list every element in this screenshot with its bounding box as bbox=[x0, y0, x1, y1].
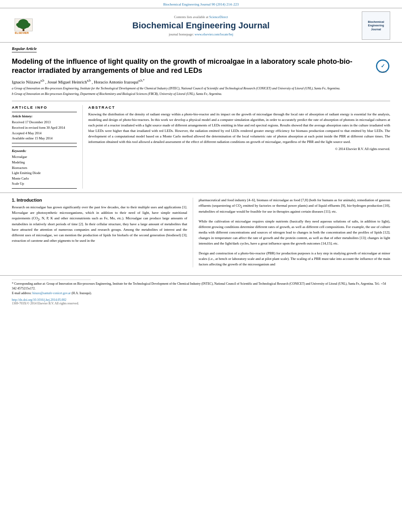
header-left: ELSEVIER bbox=[12, 17, 47, 35]
abstract-text: Knowing the distribution of the density … bbox=[88, 112, 390, 145]
kw-modeling: Modeling bbox=[12, 160, 77, 165]
elsevier-tree-icon: ELSEVIER bbox=[12, 17, 35, 35]
journal-homepage: journal homepage: www.elsevier.com/locat… bbox=[55, 32, 347, 36]
article-type-label: Regular Article bbox=[12, 46, 37, 52]
kw-bioreactors: Bioreactors bbox=[12, 165, 77, 171]
journal-title: Biochemical Engineering Journal bbox=[55, 20, 347, 31]
affil-a: a Group of Innovation on Bio-processes E… bbox=[12, 86, 390, 91]
author3-name: , Horacio Antonio Irazoqui bbox=[92, 79, 139, 84]
copyright-line: © 2014 Elsevier B.V. All rights reserved… bbox=[88, 147, 390, 151]
intro-heading: 1. Introduction bbox=[12, 198, 187, 202]
email-link[interactable]: hirazo@santafe-conicet.gov.ar bbox=[32, 291, 71, 295]
svg-point-5 bbox=[16, 23, 20, 26]
doi-link[interactable]: http://dx.doi.org/10.1016/j.bej.2014.05.… bbox=[12, 298, 390, 302]
right-paragraph3: Design and construction of a photo-bio-r… bbox=[199, 251, 390, 267]
article-info-block: Article history: Received 17 December 20… bbox=[12, 112, 77, 143]
info-abstract-section: ARTICLE INFO Article history: Received 1… bbox=[12, 101, 390, 189]
header-center: Contents lists available at ScienceDirec… bbox=[47, 15, 355, 36]
article-section: Regular Article Modeling of the influenc… bbox=[0, 43, 402, 189]
elsevier-logo: ELSEVIER bbox=[12, 17, 47, 35]
accepted-date: Accepted 4 May 2014 bbox=[12, 131, 77, 136]
author2-name: , Josué Miguel Heinrich bbox=[45, 79, 87, 84]
svg-text:✓: ✓ bbox=[381, 63, 385, 69]
keywords-block: Keywords: Microalgae Modeling Bioreactor… bbox=[12, 146, 77, 189]
abstract-heading: ABSTRACT bbox=[88, 105, 390, 109]
footnote-sep bbox=[12, 280, 91, 280]
revised-date: Received in revised form 30 April 2014 bbox=[12, 125, 77, 131]
crossmark-badge: ✓ CrossMark bbox=[375, 59, 390, 74]
article-history-label: Article history: bbox=[12, 114, 77, 119]
author1-name: Ignacio Niizawa bbox=[12, 79, 40, 84]
intro-paragraph1: Research on microalgae has grown signifi… bbox=[12, 205, 187, 244]
main-left-col: 1. Introduction Research on microalgae h… bbox=[12, 198, 193, 267]
svg-point-6 bbox=[26, 23, 30, 26]
star-footnote: * Corresponding author at: Group of Inno… bbox=[12, 282, 386, 290]
kw-microalgae: Microalgae bbox=[12, 154, 77, 160]
svg-text:CrossMark: CrossMark bbox=[379, 71, 386, 73]
journal-bar: Biochemical Engineering Journal 90 (2014… bbox=[0, 0, 402, 7]
email-name: (H.A. Irazoqui). bbox=[71, 291, 92, 295]
kw-monte-carlo: Monte Carlo bbox=[12, 176, 77, 182]
author3-sup: a,b,* bbox=[138, 79, 145, 82]
journal-citation: Biochemical Engineering Journal 90 (2014… bbox=[163, 2, 239, 6]
page: Biochemical Engineering Journal 90 (2014… bbox=[0, 0, 402, 532]
header: ELSEVIER Contents lists available at Sci… bbox=[0, 8, 402, 43]
received-date: Received 17 December 2013 bbox=[12, 120, 77, 125]
journal-logo-box: Biochemical Engineering Journal bbox=[362, 11, 390, 40]
keywords-label: Keywords: bbox=[12, 148, 77, 154]
main-content: 1. Introduction Research on microalgae h… bbox=[0, 193, 402, 271]
affil-b: b Group of Innovation on Bio-processes E… bbox=[12, 92, 390, 96]
right-paragraph1: pharmaceutical and food industry [4–6], … bbox=[199, 198, 390, 215]
article-title-row: Modeling of the influence of light quali… bbox=[12, 57, 390, 76]
sciencedirect-link[interactable]: ScienceDirect bbox=[209, 15, 228, 19]
main-right-col: pharmaceutical and food industry [4–6], … bbox=[193, 198, 390, 267]
abstract-col: ABSTRACT Knowing the distribution of the… bbox=[83, 105, 390, 189]
thermal-word: thermal bbox=[276, 204, 287, 208]
contents-line: Contents lists available at ScienceDirec… bbox=[55, 15, 347, 19]
kw-scale-up: Scale Up bbox=[12, 181, 77, 187]
footnote-text: * Corresponding author at: Group of Inno… bbox=[12, 282, 390, 296]
issn-line: 1369-703X/© 2014 Elsevier B.V. All right… bbox=[12, 302, 390, 305]
article-title: Modeling of the influence of light quali… bbox=[12, 57, 371, 76]
homepage-url[interactable]: www.elsevier.com/locate/bej bbox=[195, 32, 233, 36]
logo-line3: Journal bbox=[371, 28, 381, 31]
footnote-section: * Corresponding author at: Group of Inno… bbox=[0, 275, 402, 296]
author1-sup: a,b bbox=[40, 79, 44, 82]
header-right: Biochemical Engineering Journal bbox=[355, 11, 390, 40]
logo-line1: Biochemical bbox=[368, 20, 384, 24]
svg-text:ELSEVIER: ELSEVIER bbox=[15, 31, 29, 35]
right-paragraph2: While the cultivation of microalgae requ… bbox=[199, 219, 390, 247]
article-info-heading: ARTICLE INFO bbox=[12, 105, 77, 109]
author2-sup: a,b bbox=[87, 79, 91, 82]
available-date: Available online 15 May 2014 bbox=[12, 136, 77, 141]
affiliations: a Group of Innovation on Bio-processes E… bbox=[12, 86, 390, 96]
email-label: E-mail address: bbox=[12, 291, 32, 295]
footer: http://dx.doi.org/10.1016/j.bej.2014.05.… bbox=[0, 296, 402, 309]
article-info-col: ARTICLE INFO Article history: Received 1… bbox=[12, 105, 83, 189]
kw-led: Light Emitting Diode bbox=[12, 171, 77, 176]
logo-line2: Engineering bbox=[368, 24, 384, 27]
authors: Ignacio Niizawaa,b , Josué Miguel Heinri… bbox=[12, 79, 390, 84]
